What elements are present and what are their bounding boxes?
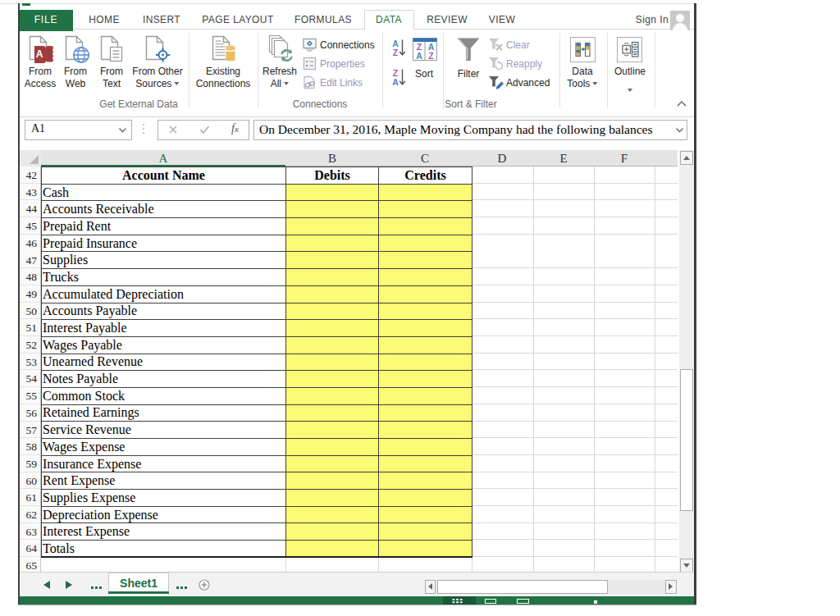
svg-text:Z: Z (393, 48, 399, 57)
svg-text:A: A (36, 48, 43, 60)
svg-text:A: A (416, 51, 422, 61)
svg-text:Z: Z (428, 51, 434, 61)
svg-text:A: A (392, 77, 399, 87)
